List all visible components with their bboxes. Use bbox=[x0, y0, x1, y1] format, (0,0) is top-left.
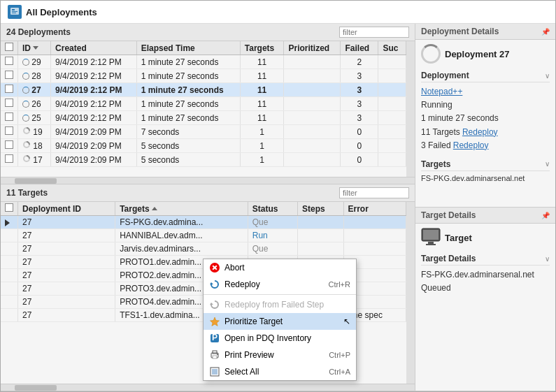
col-elapsed[interactable]: Elapsed Time bbox=[136, 41, 240, 55]
menu-item-shortcut: Ctrl+A bbox=[329, 368, 350, 376]
targets-expand[interactable]: ∨ bbox=[545, 160, 550, 168]
deployment-expand[interactable]: ∨ bbox=[545, 72, 550, 80]
target-details-title: Target Details bbox=[421, 210, 476, 220]
deployment-targets-count: 11 Targets bbox=[421, 127, 460, 137]
deployment-spin-icon bbox=[421, 44, 441, 64]
deployments-table-scroll[interactable]: ID Created Elapsed Time Targets Prioriti… bbox=[1, 41, 406, 177]
redeploy-icon bbox=[209, 279, 220, 290]
targets-panel-header: 11 Targets bbox=[1, 184, 415, 202]
target-section-expand[interactable]: ∨ bbox=[545, 255, 550, 263]
table-row[interactable]: 27 FS-PKG.dev.admina... Que bbox=[1, 216, 406, 229]
col-targets[interactable]: Targets bbox=[240, 41, 284, 55]
col-steps[interactable]: Steps bbox=[297, 202, 343, 216]
target-pin-icon[interactable]: 📌 bbox=[541, 212, 550, 219]
target-details-section: FS-PKG.dev.adminarsenal.net Queued bbox=[421, 268, 550, 295]
targets-section-row: Targets ∨ bbox=[421, 158, 550, 171]
priority-icon bbox=[209, 316, 220, 327]
svg-rect-2 bbox=[12, 11, 17, 12]
svg-text:P: P bbox=[212, 333, 218, 342]
table-row[interactable]: 17 9/4/2019 2:09 PM 5 seconds 1 0 bbox=[1, 153, 406, 167]
menu-item[interactable]: POpen in PDQ Inventory bbox=[204, 330, 356, 347]
targets-hscroll[interactable] bbox=[1, 384, 415, 391]
print-icon bbox=[209, 349, 220, 361]
deployments-hscroll[interactable] bbox=[1, 177, 415, 184]
menu-item-label: Open in PDQ Inventory bbox=[224, 333, 350, 343]
table-row[interactable]: 28 9/4/2019 2:12 PM 1 minute 27 seconds … bbox=[1, 69, 406, 83]
col-prioritized[interactable]: Prioritized bbox=[284, 41, 341, 55]
deployment-detail-body: Notepad++ Running 1 minute 27 seconds 11… bbox=[421, 85, 550, 152]
deployment-heading: Deployment 27 bbox=[421, 44, 550, 64]
pin-icon[interactable]: 📌 bbox=[541, 28, 550, 36]
col-error[interactable]: Error bbox=[343, 202, 406, 216]
deployment-status: Running bbox=[421, 100, 452, 110]
target-details-header: Target Details 📌 bbox=[415, 208, 555, 224]
deployments-panel: 24 Deployments ID Created Elapsed Time bbox=[1, 24, 415, 184]
target-full-name: FS-PKG.dev.adminarsenal.net bbox=[421, 270, 534, 280]
col-failed[interactable]: Failed bbox=[341, 41, 378, 55]
menu-item[interactable]: Select AllCtrl+A bbox=[204, 363, 356, 380]
target-details-body: Target Target Details ∨ FS-PKG.dev.admin… bbox=[415, 224, 555, 391]
menu-item[interactable]: Print PreviewCtrl+P bbox=[204, 347, 356, 363]
col-dep-id[interactable]: Deployment ID bbox=[18, 202, 115, 216]
table-row[interactable]: 27 HANNIBAL.dev.adm... Run bbox=[1, 229, 406, 242]
deployment-details-body: Deployment 27 Deployment ∨ Notepad++ Run… bbox=[415, 40, 555, 207]
target-details-panel: Target Details 📌 Target bbox=[415, 208, 555, 391]
menu-item-label: Prioritize Target bbox=[224, 317, 350, 326]
menu-item-label: Redeploy bbox=[224, 280, 325, 289]
table-row[interactable]: 18 9/4/2019 2:09 PM 5 seconds 1 0 bbox=[1, 139, 406, 153]
table-row[interactable]: 27 9/4/2019 2:12 PM 1 minute 27 seconds … bbox=[1, 83, 406, 97]
deployments-table-wrapper: ID Created Elapsed Time Targets Prioriti… bbox=[1, 41, 415, 177]
deployment-number: Deployment 27 bbox=[445, 49, 509, 59]
svg-rect-21 bbox=[212, 369, 218, 375]
menu-item-shortcut: Ctrl+P bbox=[329, 351, 350, 359]
menu-item[interactable]: RedeployCtrl+R bbox=[204, 276, 356, 293]
table-row[interactable]: 25 9/4/2019 2:12 PM 1 minute 27 seconds … bbox=[1, 111, 406, 125]
target-status: Queued bbox=[421, 283, 451, 293]
table-row[interactable]: 27 Jarvis.dev.adminars... Que bbox=[1, 242, 406, 256]
deployments-vscroll[interactable] bbox=[406, 41, 415, 177]
table-row[interactable]: 19 9/4/2019 2:09 PM 7 seconds 1 0 bbox=[1, 125, 406, 139]
svg-rect-8 bbox=[423, 230, 439, 240]
menu-item-label: Redeploy from Failed Step bbox=[224, 300, 350, 310]
target-section-label: Target Details bbox=[421, 254, 476, 263]
target-section-row: Target Details ∨ bbox=[421, 252, 550, 266]
title-bar: All Deployments bbox=[1, 1, 555, 24]
deployment-details-title: Deployment Details bbox=[421, 27, 499, 36]
target-heading-text: Target bbox=[445, 233, 472, 243]
col-targets-name[interactable]: Targets bbox=[115, 202, 248, 216]
menu-item-label: Select All bbox=[224, 367, 325, 377]
redeploy-icon bbox=[209, 299, 220, 310]
table-row[interactable]: 29 9/4/2019 2:12 PM 1 minute 27 seconds … bbox=[1, 55, 406, 69]
target-heading: Target bbox=[421, 228, 550, 248]
window-title: All Deployments bbox=[26, 7, 97, 17]
svg-marker-11 bbox=[210, 282, 213, 284]
col-created[interactable]: Created bbox=[51, 41, 137, 55]
context-menu: AbortRedeployCtrl+RRedeploy from Failed … bbox=[203, 259, 357, 381]
table-row[interactable]: 26 9/4/2019 2:12 PM 1 minute 27 seconds … bbox=[1, 97, 406, 111]
redeploy2-link[interactable]: Redeploy bbox=[453, 140, 489, 150]
menu-item[interactable]: Abort bbox=[204, 259, 356, 276]
col-status[interactable]: Status bbox=[248, 202, 297, 216]
deployment-section-label: Deployment bbox=[421, 71, 469, 80]
menu-item-label: Print Preview bbox=[224, 350, 325, 360]
abort-icon bbox=[209, 262, 220, 273]
targets-vscroll[interactable] bbox=[406, 202, 415, 384]
deployments-filter-input[interactable] bbox=[339, 27, 409, 38]
col-id[interactable]: ID bbox=[18, 41, 51, 55]
col-checkbox bbox=[1, 41, 18, 55]
deployment-details-header: Deployment Details 📌 bbox=[415, 24, 555, 40]
menu-item: Redeploy from Failed Step bbox=[204, 296, 356, 313]
svg-marker-13 bbox=[211, 317, 220, 326]
redeploy-link[interactable]: Redeploy bbox=[462, 127, 498, 137]
targets-section-label: Targets bbox=[421, 159, 450, 169]
col-suc[interactable]: Suc bbox=[378, 41, 406, 55]
svg-rect-1 bbox=[12, 9, 15, 10]
menu-item[interactable]: Prioritize Target↖ bbox=[204, 313, 356, 330]
package-link[interactable]: Notepad++ bbox=[421, 87, 462, 96]
selectall-icon bbox=[209, 366, 220, 377]
pdq-icon: P bbox=[209, 333, 220, 344]
targets-filter-input[interactable] bbox=[339, 187, 409, 198]
deployment-section-row: Deployment ∨ bbox=[421, 69, 550, 82]
menu-separator bbox=[204, 294, 356, 295]
menu-item-label: Abort bbox=[224, 263, 350, 273]
